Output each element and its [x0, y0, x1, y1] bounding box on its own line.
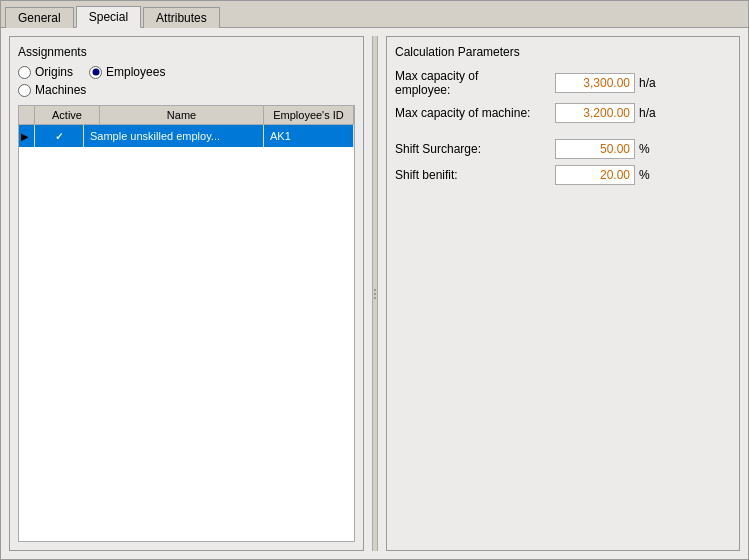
calc-params-title: Calculation Parameters — [395, 45, 731, 59]
table-header: Active Name Employee's ID — [19, 106, 354, 125]
radio-row-2: Machines — [18, 83, 355, 97]
row-checkbox[interactable] — [53, 130, 66, 143]
th-empid: Employee's ID — [264, 106, 354, 124]
radio-machines-input[interactable] — [18, 84, 31, 97]
param-label-max-employee: Max capacity ofemployee: — [395, 69, 555, 97]
param-row-shift-benifit: Shift benifit: % — [395, 165, 731, 185]
radio-employees[interactable]: Employees — [89, 65, 165, 79]
radio-employees-label: Employees — [106, 65, 165, 79]
right-panel: Calculation Parameters Max capacity ofem… — [386, 36, 740, 551]
param-input-wrap-shift-surcharge: % — [555, 139, 663, 159]
radio-machines-label: Machines — [35, 83, 86, 97]
row-arrow-icon: ▶ — [21, 131, 29, 142]
tab-general[interactable]: General — [5, 7, 74, 28]
table-row[interactable]: ▶ Sample unskilled employ... AK1 — [19, 125, 354, 147]
radio-group: Origins Employees Machines — [18, 65, 355, 97]
param-unit-shift-surcharge: % — [639, 142, 663, 156]
param-input-wrap-shift-benifit: % — [555, 165, 663, 185]
radio-origins[interactable]: Origins — [18, 65, 73, 79]
param-row-shift-surcharge: Shift Surcharge: % — [395, 139, 731, 159]
radio-row-1: Origins Employees — [18, 65, 355, 79]
radio-origins-input[interactable] — [18, 66, 31, 79]
th-arrow — [19, 106, 35, 124]
td-empid: AK1 — [264, 125, 354, 147]
param-label-max-machine: Max capacity of machine: — [395, 106, 555, 120]
radio-employees-input[interactable] — [89, 66, 102, 79]
assignments-title: Assignments — [18, 45, 355, 59]
param-unit-max-employee: h/a — [639, 76, 663, 90]
radio-origins-label: Origins — [35, 65, 73, 79]
left-panel: Assignments Origins Employees — [9, 36, 364, 551]
th-name: Name — [100, 106, 264, 124]
assignments-table: Active Name Employee's ID ▶ Sample unski… — [18, 105, 355, 542]
content-area: Assignments Origins Employees — [1, 28, 748, 559]
th-active: Active — [35, 106, 100, 124]
main-window: General Special Attributes Assignments O… — [0, 0, 749, 560]
td-name: Sample unskilled employ... — [84, 125, 264, 147]
splitter-dot-3 — [374, 297, 376, 299]
table-body: ▶ Sample unskilled employ... AK1 — [19, 125, 354, 538]
param-label-shift-surcharge: Shift Surcharge: — [395, 142, 555, 156]
param-input-max-machine[interactable] — [555, 103, 635, 123]
tab-special[interactable]: Special — [76, 6, 141, 28]
param-row-max-machine: Max capacity of machine: h/a — [395, 103, 731, 123]
tab-attributes[interactable]: Attributes — [143, 7, 220, 28]
param-input-wrap-max-machine: h/a — [555, 103, 663, 123]
splitter[interactable] — [372, 36, 378, 551]
splitter-dot-1 — [374, 289, 376, 291]
param-unit-max-machine: h/a — [639, 106, 663, 120]
td-active — [35, 125, 84, 147]
radio-machines[interactable]: Machines — [18, 83, 86, 97]
param-unit-shift-benifit: % — [639, 168, 663, 182]
spacer-1 — [395, 129, 731, 139]
param-row-max-employee: Max capacity ofemployee: h/a — [395, 69, 731, 97]
param-input-wrap-max-employee: h/a — [555, 73, 663, 93]
param-input-shift-benifit[interactable] — [555, 165, 635, 185]
param-input-max-employee[interactable] — [555, 73, 635, 93]
splitter-dot-2 — [374, 293, 376, 295]
param-input-shift-surcharge[interactable] — [555, 139, 635, 159]
tabs-bar: General Special Attributes — [1, 1, 748, 28]
param-label-shift-benifit: Shift benifit: — [395, 168, 555, 182]
td-arrow: ▶ — [19, 125, 35, 147]
